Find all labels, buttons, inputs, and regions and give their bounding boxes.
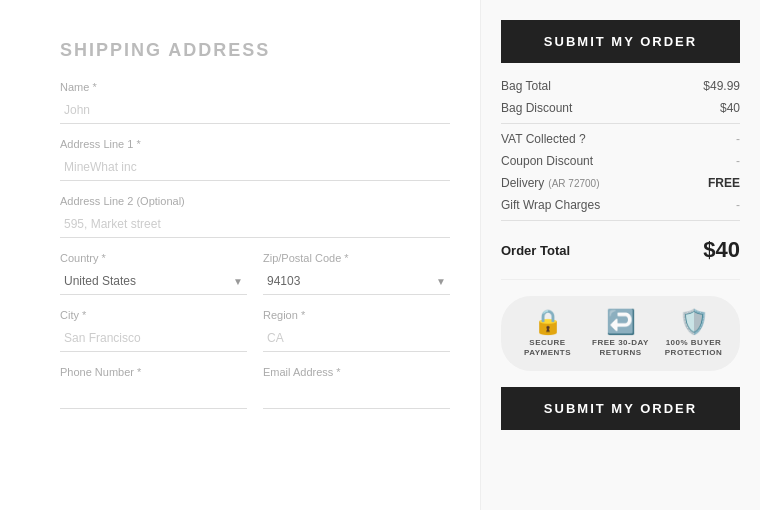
country-select[interactable]: United States Canada United Kingdom <box>60 268 247 294</box>
vat-value: - <box>736 132 740 146</box>
name-label: Name * <box>60 81 450 93</box>
shipping-form-panel: SHIPPING ADDRESS Name * Address Line 1 *… <box>0 0 480 510</box>
bag-total-row: Bag Total $49.99 <box>501 79 740 93</box>
gift-wrap-row: Gift Wrap Charges - <box>501 198 740 212</box>
address2-group: Address Line 2 (Optional) <box>60 195 450 238</box>
country-label: Country * <box>60 252 247 264</box>
zip-select[interactable]: 94103 94102 94101 <box>263 268 450 294</box>
address1-label: Address Line 1 * <box>60 138 450 150</box>
country-col: Country * United States Canada United Ki… <box>60 252 247 309</box>
secure-payments-badge: 🔒 SECUREPAYMENTS <box>511 310 584 357</box>
phone-label: Phone Number * <box>60 366 247 378</box>
city-col: City * <box>60 309 247 366</box>
gift-wrap-value: - <box>736 198 740 212</box>
secure-payments-label: SECUREPAYMENTS <box>524 338 571 357</box>
phone-group: Phone Number * <box>60 366 247 409</box>
address2-input[interactable] <box>60 211 450 238</box>
delivery-row: Delivery (AR 72700) FREE <box>501 176 740 190</box>
buyer-protection-label: 100% BUYERPROTECTION <box>665 338 722 357</box>
coupon-value: - <box>736 154 740 168</box>
phone-col: Phone Number * <box>60 366 247 423</box>
city-input[interactable] <box>60 325 247 352</box>
email-label: Email Address * <box>263 366 450 378</box>
address2-label: Address Line 2 (Optional) <box>60 195 450 207</box>
free-returns-badge: ↩️ FREE 30-DAYRETURNS <box>584 310 657 357</box>
bag-discount-row: Bag Discount $40 <box>501 101 740 115</box>
bag-total-label: Bag Total <box>501 79 551 93</box>
buyer-protection-badge: 🛡️ 100% BUYERPROTECTION <box>657 310 730 357</box>
region-group: Region * <box>263 309 450 352</box>
trust-badges: 🔒 SECUREPAYMENTS ↩️ FREE 30-DAYRETURNS 🛡… <box>501 296 740 371</box>
phone-input[interactable] <box>60 382 247 409</box>
vat-row: VAT Collected ? - <box>501 132 740 146</box>
zip-label: Zip/Postal Code * <box>263 252 450 264</box>
address1-input[interactable] <box>60 154 450 181</box>
name-input[interactable] <box>60 97 450 124</box>
zip-col: Zip/Postal Code * 94103 94102 94101 ▼ <box>263 252 450 309</box>
city-region-row: City * Region * <box>60 309 450 366</box>
bag-discount-value: $40 <box>720 101 740 115</box>
country-group: Country * United States Canada United Ki… <box>60 252 247 295</box>
summary-divider-2 <box>501 220 740 221</box>
section-title: SHIPPING ADDRESS <box>60 40 450 61</box>
order-total-label: Order Total <box>501 243 570 258</box>
country-select-wrapper: United States Canada United Kingdom ▼ <box>60 268 247 295</box>
city-group: City * <box>60 309 247 352</box>
email-col: Email Address * <box>263 366 450 423</box>
order-total-row: Order Total $40 <box>501 229 740 263</box>
bag-discount-label: Bag Discount <box>501 101 572 115</box>
coupon-row: Coupon Discount - <box>501 154 740 168</box>
region-input[interactable] <box>263 325 450 352</box>
shield-icon: 🛡️ <box>679 310 709 334</box>
delivery-value: FREE <box>708 176 740 190</box>
summary-divider-1 <box>501 123 740 124</box>
email-input[interactable] <box>263 382 450 409</box>
vat-label: VAT Collected ? <box>501 132 586 146</box>
zip-select-wrapper: 94103 94102 94101 ▼ <box>263 268 450 295</box>
delivery-label: Delivery (AR 72700) <box>501 176 599 190</box>
phone-email-row: Phone Number * Email Address * <box>60 366 450 423</box>
delivery-code: (AR 72700) <box>548 178 599 189</box>
country-zip-row: Country * United States Canada United Ki… <box>60 252 450 309</box>
region-col: Region * <box>263 309 450 366</box>
gift-wrap-label: Gift Wrap Charges <box>501 198 600 212</box>
city-label: City * <box>60 309 247 321</box>
order-summary-panel: SUBMIT MY ORDER Bag Total $49.99 Bag Dis… <box>480 0 760 510</box>
submit-order-button-bottom[interactable]: SUBMIT MY ORDER <box>501 387 740 430</box>
coupon-label: Coupon Discount <box>501 154 593 168</box>
order-total-value: $40 <box>703 237 740 263</box>
free-returns-label: FREE 30-DAYRETURNS <box>592 338 649 357</box>
order-summary: Bag Total $49.99 Bag Discount $40 VAT Co… <box>501 63 740 280</box>
address1-group: Address Line 1 * <box>60 138 450 181</box>
zip-group: Zip/Postal Code * 94103 94102 94101 ▼ <box>263 252 450 295</box>
returns-icon: ↩️ <box>606 310 636 334</box>
name-group: Name * <box>60 81 450 124</box>
lock-icon: 🔒 <box>533 310 563 334</box>
bag-total-value: $49.99 <box>703 79 740 93</box>
email-group: Email Address * <box>263 366 450 409</box>
region-label: Region * <box>263 309 450 321</box>
submit-order-button-top[interactable]: SUBMIT MY ORDER <box>501 20 740 63</box>
